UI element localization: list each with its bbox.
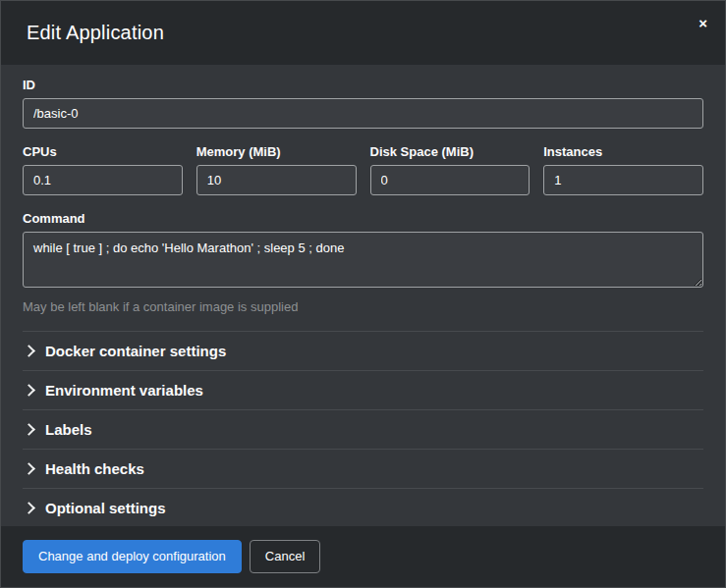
command-help-text: May be left blank if a container image i… [23,299,703,314]
id-input[interactable] [23,98,703,129]
chevron-right-icon [23,462,35,475]
modal-header: Edit Application × [1,1,725,65]
field-id: ID [23,78,703,129]
modal-title: Edit Application [27,22,164,44]
section-environment-variables[interactable]: Environment variables [23,370,703,409]
change-and-deploy-button[interactable]: Change and deploy configuration [23,540,242,573]
section-label: Health checks [45,460,144,477]
chevron-right-icon [23,345,35,357]
section-label: Optional settings [45,500,166,516]
chevron-right-icon [23,384,35,397]
section-health-checks[interactable]: Health checks [23,449,703,488]
disk-space-label: Disk Space (MiB) [370,144,531,159]
section-docker-container-settings[interactable]: Docker container settings [23,331,703,370]
modal-body: ID CPUs Memory (MiB) Disk Space (MiB) In… [1,65,725,526]
id-label: ID [23,78,703,92]
section-label: Labels [45,421,92,438]
cpus-label: CPUs [23,144,183,159]
resources-row: CPUs Memory (MiB) Disk Space (MiB) Insta… [23,144,703,195]
field-instances: Instances [543,144,703,195]
edit-application-modal: Edit Application × ID CPUs Memory (MiB) … [0,0,726,588]
close-icon[interactable]: × [698,16,707,30]
section-optional-settings[interactable]: Optional settings [23,488,703,526]
cpus-input[interactable] [23,165,183,195]
field-memory: Memory (MiB) [196,144,357,195]
memory-input[interactable] [196,165,357,195]
chevron-right-icon [23,502,35,514]
instances-label: Instances [543,144,703,159]
accordion-sections: Docker container settings Environment va… [23,331,703,526]
field-disk-space: Disk Space (MiB) [370,144,531,195]
cancel-button[interactable]: Cancel [250,540,320,573]
modal-footer: Change and deploy configuration Cancel [1,526,725,587]
disk-space-input[interactable] [370,165,531,195]
instances-input[interactable] [543,165,703,195]
section-labels[interactable]: Labels [23,409,703,449]
command-label: Command [23,211,703,226]
section-label: Environment variables [45,382,203,399]
memory-label: Memory (MiB) [196,144,357,159]
field-cpus: CPUs [23,144,183,195]
field-command: Command while [ true ] ; do echo 'Hello … [23,211,703,314]
command-textarea[interactable]: while [ true ] ; do echo 'Hello Marathon… [23,232,703,288]
section-label: Docker container settings [45,343,226,359]
chevron-right-icon [23,423,35,436]
